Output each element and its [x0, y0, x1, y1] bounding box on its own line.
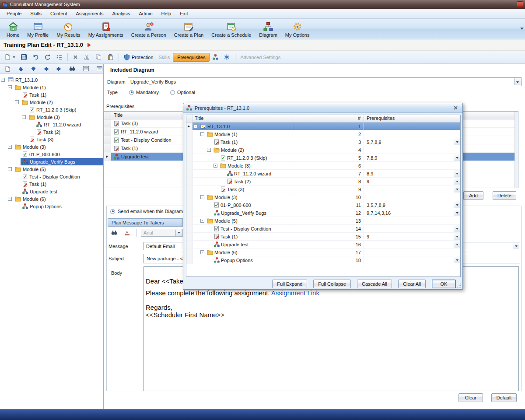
menu-item-exit[interactable]: Exit — [175, 9, 192, 18]
prereq-dropdown-icon[interactable] — [454, 233, 460, 240]
fontbar-find-button[interactable] — [108, 229, 120, 237]
new-item-button[interactable] — [2, 53, 18, 61]
dialog-row-task-2[interactable]: Task (2)89 — [186, 178, 460, 186]
dialog-row-popup-options[interactable]: Popup Options18 — [186, 256, 460, 264]
dialog-row-upgrade-verify-bugs[interactable]: Upgrade_Verify Bugs129,7,14,3,16 — [186, 209, 460, 217]
toolbar-my-options[interactable]: My Options — [281, 19, 314, 39]
tree-item-upgrade-verify-bugs[interactable]: Upgrade_Verify Bugs — [0, 158, 103, 165]
expander-icon[interactable]: - — [200, 195, 204, 199]
dialog-close-icon[interactable] — [452, 105, 459, 111]
send-email-option[interactable]: Send email when this Diagram is av — [110, 209, 194, 214]
dialog-row-module-5[interactable]: -Module (5)13 — [186, 217, 460, 225]
protection-button[interactable]: Protection — [122, 53, 156, 61]
expander-icon[interactable]: - — [214, 164, 217, 168]
menu-item-skills[interactable]: Skills — [26, 9, 46, 18]
expander-icon[interactable]: - — [200, 250, 204, 254]
dialog-row-upgrade-test[interactable]: Upgrade test16 — [186, 241, 460, 248]
dialog-row-task-1[interactable]: Task (1)159 — [186, 233, 460, 241]
tree-toolbar-right-arrow-button[interactable] — [54, 65, 64, 73]
dialog-row-module-6[interactable]: -Module (6)17 — [186, 248, 460, 256]
cut-button[interactable] — [81, 53, 92, 61]
menu-item-people[interactable]: People — [2, 9, 26, 18]
dialog-row-module-3[interactable]: -Module (3)6 — [186, 162, 460, 170]
diagram-dropdown-icon[interactable] — [514, 78, 521, 85]
menu-item-help[interactable]: Help — [157, 9, 176, 18]
type-radio-optional[interactable]: Optional — [170, 90, 195, 95]
dialog-row-module-2[interactable]: -Module (2)4 — [186, 146, 460, 154]
expander-icon[interactable]: - — [22, 115, 26, 119]
tree-toolbar-up-arrow-button[interactable] — [16, 65, 26, 73]
expander-icon[interactable]: - — [194, 124, 198, 128]
prereq-dropdown-icon[interactable] — [454, 225, 460, 232]
prereq-dropdown-icon[interactable] — [454, 139, 460, 145]
resize-grip[interactable] — [457, 283, 462, 289]
prereq-dropdown-icon[interactable] — [454, 178, 460, 185]
dialog-col-title[interactable]: Title — [192, 115, 293, 122]
tree-item-01-p-800-600[interactable]: 01-P_800-600 — [0, 150, 103, 158]
dialog-row-rt-11-2-0-wizard[interactable]: RT_11.2.0 wizard78,9 — [186, 170, 460, 178]
tree-item-module-5[interactable]: -Module (5) — [0, 165, 103, 173]
advanced-settings-button[interactable]: Advanced Settings — [238, 54, 283, 61]
dialog-row-task-1[interactable]: Task (1)35,7,8,9 — [186, 138, 460, 146]
delete-button[interactable]: Delete — [493, 191, 516, 200]
undo-button[interactable] — [30, 53, 41, 61]
assignment-link[interactable]: Assignment Link — [271, 289, 319, 297]
save-button[interactable] — [18, 53, 29, 61]
cascade-button[interactable] — [221, 53, 232, 61]
add-button[interactable]: Add — [463, 191, 483, 200]
expander-icon[interactable]: - — [207, 148, 211, 152]
toolbar-my-results[interactable]: My Results — [52, 19, 84, 39]
expander-icon[interactable]: - — [15, 100, 19, 104]
toolbar-diagram[interactable]: Diagram — [255, 19, 281, 39]
tree-item-popup-options[interactable]: Popup Options — [0, 203, 103, 210]
toolbar-create-a-schedule[interactable]: Create a Schedule — [207, 19, 255, 39]
tree-toolbar-left-arrow-button[interactable] — [41, 65, 51, 73]
expander-icon[interactable]: - — [8, 197, 12, 201]
toolbar-overflow-icon[interactable] — [520, 28, 524, 31]
expander-icon[interactable]: - — [8, 85, 12, 89]
dialog-row-rt-13-1-0[interactable]: -RT_13.1.01 — [186, 122, 460, 130]
refresh-button[interactable] — [42, 53, 53, 61]
toolbar-home[interactable]: Home — [3, 19, 23, 39]
prerequisites-button[interactable]: Prerequisites — [173, 53, 210, 62]
dialog-button-full-expand[interactable]: Full Expand — [272, 280, 307, 288]
tree-item-task-2[interactable]: Task (2) — [0, 128, 103, 136]
tree-item-task-3[interactable]: Task (3) — [0, 136, 103, 143]
prereq-dropdown-icon[interactable] — [454, 241, 460, 248]
dialog-col-number[interactable]: # — [293, 115, 364, 122]
dialog-button-cascade-all[interactable]: Cascade All — [357, 280, 392, 288]
window-close-button[interactable] — [517, 1, 523, 7]
tree-item-module-1[interactable]: -Module (1) — [0, 84, 103, 91]
toolbar-create-a-person[interactable]: Create a Person — [127, 19, 170, 39]
dialog-row-test-display-condition[interactable]: Test - Display Condition14 — [186, 225, 460, 233]
tree-item-module-3[interactable]: -Module (3) — [0, 143, 103, 150]
toolbar-my-profile[interactable]: My Profile — [23, 19, 52, 39]
prereq-dropdown-icon[interactable] — [454, 170, 460, 177]
dialog-button-ok[interactable]: OK — [432, 280, 456, 288]
prereq-dropdown-icon[interactable] — [454, 186, 460, 192]
expander-icon[interactable]: - — [200, 219, 204, 223]
copy-button[interactable] — [93, 53, 104, 61]
tree-item-module-3[interactable]: -Module (3) — [0, 113, 103, 121]
toolbar-my-assignments[interactable]: My Assignments — [84, 19, 127, 39]
diagram-combobox[interactable]: Upgrade_Verify Bugs — [128, 77, 522, 86]
paste-button[interactable] — [105, 53, 116, 61]
send-email-radio[interactable] — [110, 209, 115, 214]
font-name-combobox[interactable]: Arial — [141, 229, 183, 237]
tree-toolbar-down-arrow-button[interactable] — [28, 65, 38, 73]
expander-icon[interactable]: - — [200, 132, 204, 136]
toolbar-create-a-plan[interactable]: Create a Plan — [170, 19, 207, 39]
dialog-row-module-1[interactable]: -Module (1)2 — [186, 130, 460, 138]
plan-message-tab[interactable]: Plan Message To Takers — [108, 218, 183, 227]
checklist-button[interactable] — [54, 53, 65, 61]
tree-item-rt-11-2-0-3-skip[interactable]: RT_11.2.0 3 (Skip) — [0, 106, 103, 113]
message-dropdown-icon[interactable] — [513, 243, 519, 249]
dialog-button-full-collapse[interactable]: Full Collapse — [313, 280, 351, 288]
tree-item-task-1[interactable]: Task (1) — [0, 180, 103, 188]
diagram-tool-button[interactable] — [210, 53, 220, 61]
menu-item-assignments[interactable]: Assignments — [71, 9, 108, 18]
dialog-row-task-3[interactable]: Task (3)9 — [186, 186, 460, 193]
type-radio-mandatory[interactable]: Mandatory — [129, 90, 159, 95]
tree-toolbar-new-file-button[interactable] — [2, 65, 13, 73]
tree-item-module-2[interactable]: -Module (2) — [0, 98, 103, 106]
